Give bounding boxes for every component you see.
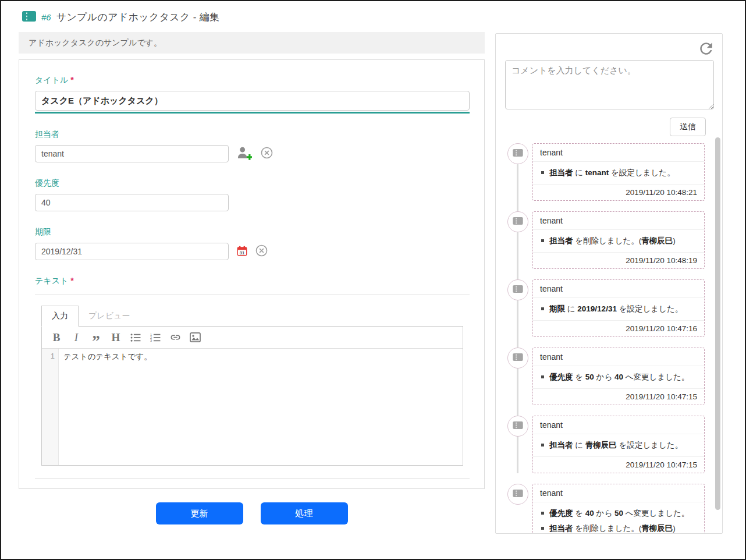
avatar: [507, 211, 528, 232]
text-section-divider: [35, 294, 470, 295]
page-title: サンプルのアドホックタスク - 編集: [56, 10, 220, 24]
required-asterisk: *: [70, 75, 73, 84]
refresh-icon: [697, 51, 715, 59]
comment-bullet: 担当者 に tenant を設定しました。: [541, 165, 697, 180]
bullet-square-icon: [541, 444, 544, 446]
scrollbar-thumb[interactable]: [715, 137, 720, 510]
comment-input[interactable]: [505, 60, 714, 109]
editor-body[interactable]: 1 テストのテキストです。: [42, 349, 463, 465]
assignee-input[interactable]: [35, 145, 229, 162]
comment-body: 担当者 に 青柳辰巳 を設定しました。: [533, 434, 704, 457]
comment-body: 優先度 を 50 から 40 へ変更しました。: [533, 366, 704, 389]
clear-assignee-button[interactable]: [261, 147, 273, 161]
image-icon[interactable]: [186, 329, 204, 346]
clear-deadline-button[interactable]: [255, 244, 268, 258]
refresh-button[interactable]: [697, 40, 715, 59]
bullet-square-icon: [541, 307, 544, 310]
comment-card: tenant 担当者 に tenant を設定しました。 2019/11/20 …: [532, 143, 705, 201]
priority-label: 優先度: [35, 178, 468, 189]
editor-box: B I ” H 123: [41, 326, 463, 466]
task-edit-form: タイトル* 担当者 優先度: [19, 59, 485, 489]
comment-body: 優先度 を 40 から 50 へ変更しました。担当者 を削除しました。(青柳辰巳…: [533, 502, 704, 534]
comment-author: tenant: [533, 416, 704, 434]
comment-entry: tenant 担当者 に 青柳辰巳 を設定しました。 2019/11/20 10…: [496, 416, 722, 473]
bullet-square-icon: [541, 375, 544, 378]
comment-body: 担当者 を削除しました。(青柳辰巳): [533, 230, 704, 253]
person-add-icon: [237, 146, 253, 162]
comment-bullet: 担当者 を削除しました。(青柳辰巳): [541, 233, 697, 249]
comment-card: tenant 期限 に 2019/12/31 を設定しました。 2019/11/…: [532, 279, 705, 337]
title-label: タイトル*: [35, 75, 468, 86]
editor-content[interactable]: テストのテキストです。: [59, 349, 463, 465]
comment-bullet: 優先度 を 40 から 50 へ変更しました。: [541, 506, 697, 521]
circle-x-icon: [261, 147, 273, 161]
assignee-label: 担当者: [35, 129, 468, 140]
comment-author: tenant: [533, 348, 704, 366]
deadline-input[interactable]: [35, 243, 229, 260]
comment-entry: tenant 担当者 に tenant を設定しました。 2019/11/20 …: [496, 143, 722, 201]
send-button[interactable]: 送信: [670, 118, 706, 136]
bold-icon[interactable]: B: [48, 329, 65, 346]
comment-bullet: 優先度 を 50 から 40 へ変更しました。: [541, 370, 697, 385]
comment-author: tenant: [533, 280, 704, 298]
process-button[interactable]: 処理: [261, 502, 348, 524]
ticket-icon: [513, 148, 523, 159]
action-bar: 更新 処理: [19, 502, 485, 524]
ticket-icon: [513, 285, 523, 295]
comment-bullet: 担当者 に 青柳辰巳 を設定しました。: [541, 438, 697, 453]
avatar: [507, 143, 528, 164]
comment-author: tenant: [533, 212, 704, 230]
comment-entry: tenant 優先度 を 40 から 50 へ変更しました。担当者 を削除しまし…: [496, 484, 722, 534]
tab-input[interactable]: 入力: [41, 306, 79, 327]
comment-entry: tenant 担当者 を削除しました。(青柳辰巳) 2019/11/20 10:…: [496, 211, 722, 269]
comment-body: 担当者 に tenant を設定しました。: [533, 162, 704, 185]
line-number: 1: [42, 352, 55, 360]
tab-preview[interactable]: プレビュー: [79, 306, 140, 326]
calendar-icon: 31: [237, 246, 247, 258]
comment-body: 期限 に 2019/12/31 を設定しました。: [533, 298, 704, 321]
italic-icon[interactable]: I: [68, 329, 85, 346]
task-description-bar: アドホックタスクのサンプルです。: [19, 32, 485, 54]
bullet-square-icon: [541, 171, 544, 174]
comment-card: tenant 担当者 を削除しました。(青柳辰巳) 2019/11/20 10:…: [532, 211, 705, 269]
priority-input[interactable]: [35, 194, 229, 211]
avatar: [507, 416, 528, 437]
comment-time: 2019/11/20 10:47:15: [533, 457, 704, 473]
line-number-gutter: 1: [42, 349, 59, 465]
unordered-list-icon[interactable]: [127, 329, 144, 346]
quote-icon[interactable]: ”: [87, 329, 105, 346]
comment-entry: tenant 優先度 を 50 から 40 へ変更しました。 2019/11/2…: [496, 348, 722, 405]
comment-author: tenant: [533, 484, 704, 502]
editor-toolbar: B I ” H 123: [42, 327, 463, 349]
bullet-square-icon: [541, 527, 544, 530]
add-user-button[interactable]: [237, 146, 253, 162]
comment-bullet: 期限 に 2019/12/31 を設定しました。: [541, 302, 697, 317]
title-underline: [35, 112, 470, 114]
comment-card: tenant 担当者 に 青柳辰巳 を設定しました。 2019/11/20 10…: [532, 416, 705, 473]
avatar: [507, 484, 528, 505]
bullet-square-icon: [541, 239, 544, 242]
comment-author: tenant: [533, 144, 704, 162]
svg-text:3: 3: [150, 339, 152, 342]
form-bottom-divider: [35, 479, 470, 479]
link-icon[interactable]: [166, 329, 184, 346]
comment-bullet: 担当者 を削除しました。(青柳辰巳): [541, 521, 697, 534]
ticket-icon: [513, 353, 523, 363]
comment-time: 2019/11/20 10:48:21: [533, 185, 704, 200]
comment-entry: tenant 期限 に 2019/12/31 を設定しました。 2019/11/…: [496, 279, 722, 337]
comment-panel: 送信 tenant 担当者 に tenant を設定しました。 2019/11/…: [495, 33, 723, 534]
ordered-list-icon[interactable]: 123: [147, 329, 164, 346]
page-header: #6 サンプルのアドホックタスク - 編集: [22, 10, 219, 24]
heading-icon[interactable]: H: [107, 329, 125, 346]
issue-number: #6: [41, 12, 51, 22]
task-description: アドホックタスクのサンプルです。: [29, 38, 162, 48]
svg-text:31: 31: [240, 250, 245, 255]
required-asterisk: *: [70, 276, 73, 285]
avatar: [507, 348, 528, 368]
title-input[interactable]: [35, 91, 470, 111]
editor-tabs: 入力 プレビュー: [41, 306, 463, 326]
comment-card: tenant 優先度 を 50 から 40 へ変更しました。 2019/11/2…: [532, 348, 705, 405]
comment-time: 2019/11/20 10:47:15: [533, 389, 704, 405]
calendar-picker-button[interactable]: 31: [237, 246, 247, 258]
update-button[interactable]: 更新: [156, 502, 243, 524]
